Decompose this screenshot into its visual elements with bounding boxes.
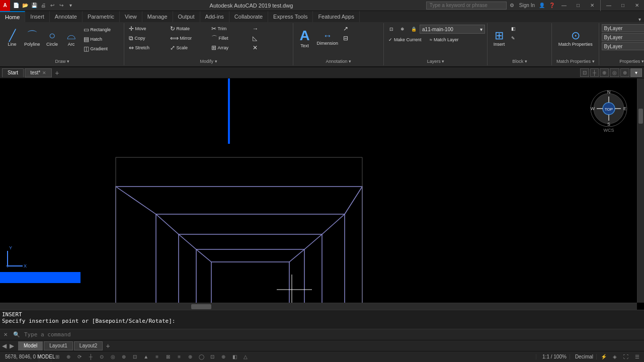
annotation-group-label[interactable]: Annotation xyxy=(324,58,354,64)
close2-btn[interactable]: ✕ xyxy=(630,0,644,11)
rotate-btn[interactable]: ↻Rotate xyxy=(168,24,208,33)
ducs-btn[interactable]: ⊡ xyxy=(130,352,140,362)
gizmo-btn[interactable]: ⊕ xyxy=(218,352,228,362)
qa-dropdown[interactable]: ▾ xyxy=(66,2,74,10)
undo-btn[interactable]: ↩ xyxy=(48,2,56,10)
polar-toggle[interactable]: ⊙ xyxy=(97,352,107,362)
hardware-accel-btn[interactable]: ⚡ xyxy=(599,352,609,362)
modify-group-label[interactable]: Modify xyxy=(198,58,219,64)
mirror-btn[interactable]: ⟺Mirror xyxy=(168,34,208,43)
v-scroll-thumb[interactable] xyxy=(638,109,643,124)
array-btn[interactable]: ⊞Array xyxy=(209,43,250,52)
otrack-toggle[interactable]: ⊕ xyxy=(119,352,129,362)
snap-toggle[interactable]: ⊕ xyxy=(63,352,73,362)
match-properties-btn[interactable]: ⊙ Match Properties xyxy=(556,24,595,52)
make-current-btn[interactable]: ✓Make Current xyxy=(386,35,427,44)
tab-annotate[interactable]: Annotate xyxy=(50,11,83,22)
properties-group-label[interactable]: Properties xyxy=(617,58,644,64)
copy-btn[interactable]: ⧉Copy xyxy=(127,34,167,43)
layout-tab-layout2[interactable]: Layout2 xyxy=(74,341,103,350)
doc-tab-test[interactable]: test* ✕ xyxy=(25,68,52,77)
tab-output[interactable]: Output xyxy=(173,11,200,22)
stretch-btn[interactable]: ⇔Stretch xyxy=(127,43,167,52)
layer-lock-btn[interactable]: 🔒 xyxy=(409,24,419,34)
gradient-btn[interactable]: ◫Gradient xyxy=(82,44,122,53)
tab-home[interactable]: Home xyxy=(0,11,25,22)
tab-insert[interactable]: Insert xyxy=(25,11,50,22)
layer-filter-dropdown[interactable]: ▾ xyxy=(630,68,642,77)
tspace-btn[interactable]: ⊠ xyxy=(163,352,173,362)
3dosnap-btn[interactable]: ◯ xyxy=(196,352,206,362)
plot-btn[interactable]: 🖨 xyxy=(39,2,47,10)
layout-tab-model[interactable]: Model xyxy=(18,341,43,350)
layer-freeze-btn[interactable]: ❄ xyxy=(397,24,408,34)
doc-tab-start[interactable]: Start xyxy=(2,68,24,77)
qp-btn[interactable]: ≡ xyxy=(174,352,184,362)
redo-btn[interactable]: ↪ xyxy=(57,2,65,10)
coordinates-display[interactable]: 5678, 8046, 0 xyxy=(2,351,39,362)
user-icon[interactable]: 👤 xyxy=(539,3,545,8)
arc-btn[interactable]: ⌓ Arc xyxy=(62,24,80,52)
hatch-btn[interactable]: ▤Hatch xyxy=(82,35,122,44)
new-btn[interactable]: 📄 xyxy=(12,2,20,10)
ribbon-collapse-btn[interactable]: ▾ xyxy=(635,17,644,22)
units-display[interactable]: Decimal xyxy=(572,354,597,359)
circle-btn[interactable]: ○ Circle xyxy=(43,24,61,52)
erase-btn[interactable]: ✕ xyxy=(251,43,291,52)
line-btn[interactable]: ╱ Line xyxy=(3,24,21,52)
save-btn[interactable]: 💾 xyxy=(30,2,38,10)
layers-group-label[interactable]: Layers xyxy=(425,58,447,64)
full-screen-btn[interactable]: ⛶ xyxy=(621,352,631,362)
close-btn[interactable]: ✕ xyxy=(585,0,599,11)
layer-dropdown[interactable]: a11-main-100 ▾ xyxy=(420,25,485,34)
block-group-label[interactable]: Block xyxy=(510,58,529,64)
insert-btn[interactable]: ⊞ Insert xyxy=(490,24,508,52)
help-icon[interactable]: ⚙ xyxy=(510,3,514,8)
scale-btn[interactable]: ⤢Scale xyxy=(168,43,208,52)
match-layer-btn[interactable]: ≈Match Layer xyxy=(428,35,468,44)
match-group-label[interactable]: Match Properties xyxy=(554,58,597,64)
trim-btn[interactable]: ✂Trim xyxy=(209,24,250,33)
tab-collaborate[interactable]: Collaborate xyxy=(229,11,268,22)
scale-display[interactable]: 1:1 / 100% xyxy=(539,354,570,359)
tab-manage[interactable]: Manage xyxy=(142,11,173,22)
edit-block-btn[interactable]: ✎ xyxy=(509,34,549,43)
grid-btn[interactable]: ⊞ xyxy=(52,352,62,362)
drawing-canvas[interactable] xyxy=(0,78,644,310)
tab-view[interactable]: View xyxy=(120,11,142,22)
tab-express[interactable]: Express Tools xyxy=(268,11,313,22)
osnap-toggle[interactable]: ◎ xyxy=(108,352,118,362)
info-icon[interactable]: ❓ xyxy=(549,3,555,8)
minimize2-btn[interactable]: — xyxy=(602,0,616,11)
restore-btn[interactable]: □ xyxy=(571,0,585,11)
extend-btn[interactable]: → xyxy=(251,24,291,33)
new-layout-btn[interactable]: + xyxy=(104,342,112,350)
snap-btn[interactable]: ⊡ xyxy=(580,68,589,77)
command-search-btn[interactable]: 🔍 xyxy=(11,329,22,340)
infer-btn[interactable]: ⟳ xyxy=(74,352,85,362)
polyline-btn[interactable]: ⌒ Polyline xyxy=(22,24,42,52)
linetype-dropdown[interactable]: ByLayer ▾ xyxy=(602,33,644,41)
signin-btn[interactable]: Sign In xyxy=(519,3,535,8)
horizontal-scrollbar[interactable] xyxy=(0,303,637,310)
command-close-btn[interactable]: ✕ xyxy=(0,329,11,340)
h-scroll-thumb[interactable] xyxy=(191,304,211,309)
vertical-scrollbar[interactable] xyxy=(637,78,644,303)
rect-btn[interactable]: ▭Rectangle xyxy=(82,25,122,34)
tab-close-btn[interactable]: ✕ xyxy=(42,70,46,75)
layer-props-btn[interactable]: ⊡ xyxy=(386,24,396,34)
otrack-btn[interactable]: ⊕ xyxy=(620,68,629,77)
draw-group-label[interactable]: Draw xyxy=(53,58,72,64)
search-input[interactable] xyxy=(426,2,507,10)
minimize-btn[interactable]: — xyxy=(557,0,571,11)
model-toggle[interactable]: MODEL xyxy=(41,352,51,362)
dyn-btn[interactable]: ▲ xyxy=(141,352,151,362)
create-block-btn[interactable]: ◧ xyxy=(509,24,549,33)
move-btn[interactable]: ✛Move xyxy=(127,24,167,33)
ortho-toggle[interactable]: ┼ xyxy=(86,352,96,362)
leader-btn[interactable]: ↗ xyxy=(341,24,381,33)
osnap-btn[interactable]: ◎ xyxy=(610,68,619,77)
dynucs-btn[interactable]: ⊡ xyxy=(207,352,217,362)
chamfer-btn[interactable]: ◺ xyxy=(251,34,291,43)
sel-cycle-btn[interactable]: ⊕ xyxy=(185,352,195,362)
